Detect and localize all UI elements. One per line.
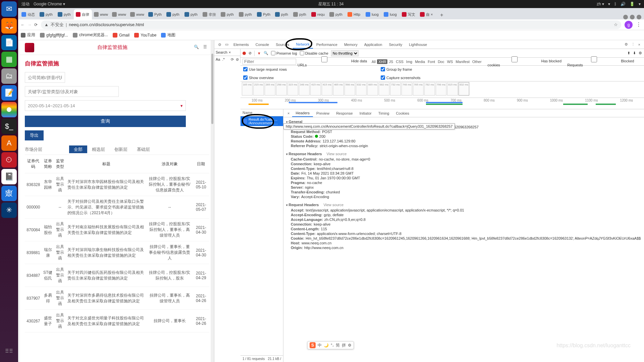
filmstrip-frame[interactable]: 298 ms <box>276 82 287 96</box>
filmstrip[interactable]: 165 ms215 ms265 ms298 ms315 ms348 ms415 … <box>240 81 644 98</box>
table-row[interactable]: 834887ST健佰氏出具警示函关于对四川健佰氏医药股份有限公司及相关责任主体采… <box>25 264 209 287</box>
response-headers-section[interactable]: Response HeadersView source <box>286 151 641 157</box>
browser-tab[interactable]: pyth <box>38 9 56 19</box>
filmstrip-frame[interactable]: 215 ms <box>253 82 264 96</box>
filmstrip-frame[interactable]: 265 ms <box>265 82 275 96</box>
detail-tab[interactable]: Response <box>333 109 356 117</box>
large-rows-checkbox[interactable] <box>243 67 248 71</box>
detail-tab[interactable]: Preview <box>313 109 333 117</box>
devtools-tab[interactable]: Console <box>252 40 272 49</box>
neeq-logo-icon[interactable] <box>25 43 34 52</box>
hide-data-urls-checkbox[interactable] <box>298 56 351 62</box>
bookmark-item[interactable]: chrome浏览器... <box>73 32 108 38</box>
bookmark-item[interactable]: 应用 <box>21 32 35 38</box>
request-row[interactable]: Result.do?callb… /AnnouncementC… <box>240 116 283 126</box>
bluetooth-icon[interactable]: ᛒ <box>614 2 616 6</box>
devtools-tab[interactable]: Memory <box>341 40 361 49</box>
company-input[interactable] <box>25 72 65 83</box>
filmstrip-frame[interactable]: 832 ms <box>459 82 469 96</box>
filter-type[interactable]: WS <box>446 59 454 64</box>
bookmark-item[interactable]: 地图 <box>161 32 175 38</box>
network-icon[interactable]: ▾ <box>608 2 610 6</box>
browser-tab[interactable]: pyth <box>273 9 291 19</box>
table-row[interactable]: 000000--关于对挂牌公司及相关责任主体采取口头警示、约见谈话、要求提交书面… <box>25 196 209 219</box>
clear-icon[interactable]: ⊘ <box>249 51 252 55</box>
detail-tab[interactable]: Cookies <box>392 109 413 117</box>
app-a-icon[interactable]: A <box>1 135 17 151</box>
show-overview-checkbox[interactable] <box>243 75 248 80</box>
browser-tab[interactable]: pyth <box>164 9 182 19</box>
filter-type[interactable]: JS <box>387 59 394 64</box>
filmstrip-frame[interactable]: 815 ms <box>447 82 458 96</box>
blocked-cookies-checkbox[interactable] <box>488 56 541 62</box>
browser-tab[interactable]: pyth <box>56 9 74 19</box>
volume-icon[interactable]: 🔊 <box>621 2 626 6</box>
filmstrip-frame[interactable]: 798 ms <box>436 82 446 96</box>
terminal-icon[interactable]: $_ <box>1 119 17 134</box>
devtools-tab[interactable]: Performance <box>313 40 341 49</box>
name-column-header[interactable]: Name <box>240 109 283 116</box>
screenshots-checkbox[interactable] <box>381 75 385 80</box>
export-har-icon[interactable]: ⬇ <box>633 51 636 55</box>
throttling-select[interactable]: No throttling <box>331 50 359 56</box>
tier-tab[interactable]: 精选层 <box>87 145 110 153</box>
browser-tab[interactable]: pyth <box>291 9 309 19</box>
detail-tab[interactable]: Headers <box>292 109 313 117</box>
waterfall-timeline[interactable]: 100 ms200 ms300 ms400 ms500 ms600 ms700 … <box>240 98 644 109</box>
window-controls[interactable] <box>623 15 644 19</box>
preserve-log-checkbox[interactable] <box>271 51 275 55</box>
filmstrip-frame[interactable]: 682 ms <box>379 82 389 96</box>
filter-type[interactable]: Font <box>426 59 436 64</box>
libreoffice-calc-icon[interactable]: ▦ <box>1 52 17 67</box>
devtools-tab[interactable]: Application <box>361 40 386 49</box>
filter-type[interactable]: Manifest <box>454 59 471 64</box>
chrome-menu-label[interactable]: Google Chrome ▾ <box>34 2 65 6</box>
browser-tab[interactable]: 动态 <box>19 9 38 19</box>
refresh-icon[interactable]: ⟳ <box>231 57 234 62</box>
files-icon[interactable]: 🗂 <box>1 68 17 84</box>
browser-tab[interactable]: requ <box>309 9 327 19</box>
browser-tab[interactable]: www <box>128 9 146 19</box>
spider-icon[interactable]: 🕸 <box>1 186 17 201</box>
back-icon[interactable]: ← <box>21 22 25 27</box>
filter-icon[interactable]: ▼ <box>257 51 261 55</box>
filter-type[interactable]: XHR <box>377 59 387 64</box>
new-tab-button[interactable]: + <box>437 11 446 19</box>
browser-tab[interactable]: 写文 <box>400 9 418 19</box>
filter-type[interactable]: Doc <box>436 59 446 64</box>
browser-tab[interactable]: pyth <box>237 9 255 19</box>
firefox-icon[interactable]: 🦊 <box>1 18 17 34</box>
table-row[interactable]: 839881瑞尔康出具警示函关于对深圳瑞尔康生物科技股份有限公司及相关责任主体采… <box>25 241 209 264</box>
filter-type[interactable]: CSS <box>394 59 405 64</box>
bookmark-item[interactable]: YouTube <box>134 33 156 38</box>
star-icon[interactable]: ☆ <box>614 22 618 27</box>
forward-icon[interactable]: → <box>28 22 32 27</box>
record-icon[interactable] <box>243 52 246 55</box>
filmstrip-frame[interactable]: 165 ms <box>242 82 253 96</box>
inspect-icon[interactable]: ⯐ <box>216 43 223 47</box>
close-search-icon[interactable]: × <box>229 50 231 54</box>
browser-tab[interactable]: luog <box>364 9 382 19</box>
match-case-icon[interactable]: Aa <box>216 57 220 62</box>
clear-icon[interactable]: ⊘ <box>236 57 239 62</box>
reload-icon[interactable]: ⟳ <box>34 22 38 27</box>
date-range-select[interactable]: 2020-05-14~2021-05-14▾ <box>25 100 186 111</box>
browser-tab[interactable]: 自 × <box>418 9 436 19</box>
filmstrip-frame[interactable]: 415 ms <box>310 82 321 96</box>
virus-icon[interactable]: ✳ <box>1 202 17 218</box>
url-input[interactable]: ▲ 不安全 | neeq.com.cn/disclosure/supervise… <box>41 20 621 29</box>
libreoffice-writer-icon[interactable]: 📄 <box>1 35 17 50</box>
filmstrip-frame[interactable]: 315 ms <box>287 82 298 96</box>
clock[interactable]: 星期五 11 : 34 <box>65 1 597 7</box>
bookmark-item[interactable]: gfgfgjfffjfgf... <box>40 33 68 38</box>
writer-icon[interactable]: 📝 <box>1 85 17 101</box>
browser-tab[interactable]: 非挂 <box>201 9 219 19</box>
filmstrip-frame[interactable]: 732 ms <box>390 82 401 96</box>
filmstrip-frame[interactable]: 665 ms <box>367 82 378 96</box>
show-applications-icon[interactable]: ⠿⠿ <box>1 343 17 359</box>
power-icon[interactable]: ▾ <box>639 2 641 6</box>
table-row[interactable]: 870084福怡股份出具警示函关于对南京福怡科技发展股份有限公司及相关责任主体采… <box>25 219 209 241</box>
profile-avatar[interactable]: g <box>625 21 633 29</box>
devtools-tab[interactable]: Network <box>293 40 313 49</box>
ime-toolbar[interactable]: S 中 🌙 °، 简 拼 ⚙ <box>307 341 354 349</box>
